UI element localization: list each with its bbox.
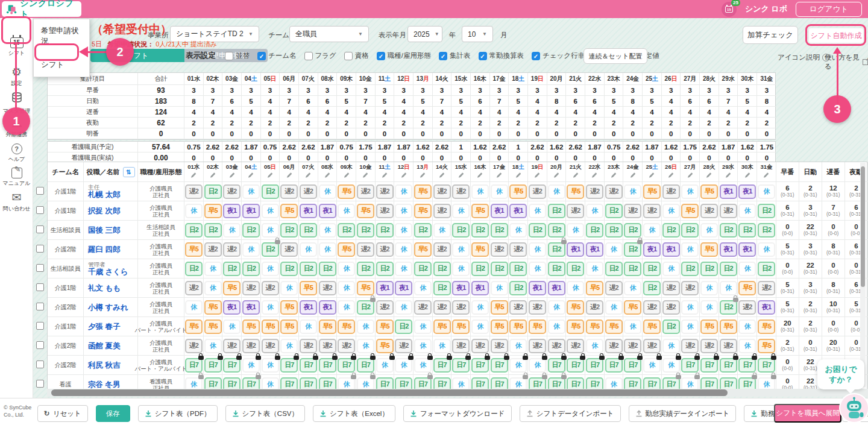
shift-cell[interactable]: 休 <box>529 262 546 276</box>
shift-cell[interactable]: 早5 <box>738 281 756 295</box>
shift-cell[interactable]: 日7 <box>681 358 699 373</box>
display-checkbox-1[interactable]: 並替 <box>225 51 250 60</box>
shift-cell[interactable]: 休 <box>395 184 412 199</box>
shift-cell[interactable]: 日2 <box>605 204 623 218</box>
shift-cell[interactable]: 休 <box>586 339 603 353</box>
shift-cell[interactable]: 遅2 <box>185 339 203 353</box>
shift-cell[interactable]: 遅2 <box>491 242 508 257</box>
shift-cell[interactable]: 休 <box>738 204 756 218</box>
shift-cell[interactable]: 日2 <box>586 223 603 238</box>
shift-cell[interactable]: 遅2 <box>433 184 451 199</box>
shift-cell[interactable]: 休 <box>586 204 603 218</box>
shift-cell[interactable]: 早5 <box>758 339 775 353</box>
shift-cell[interactable]: 日2 <box>376 223 394 238</box>
shift-cell[interactable]: 休 <box>185 300 203 315</box>
staff-name-cell[interactable]: 国後 三郎 <box>84 221 138 240</box>
shift-cell[interactable]: 日2 <box>223 262 241 276</box>
shift-cell[interactable]: 日2 <box>758 262 775 276</box>
shift-cell[interactable]: 早5 <box>433 319 451 334</box>
staff-name-cell[interactable]: 夕張 春子 <box>84 317 138 336</box>
shift-cell[interactable]: 早5 <box>509 184 527 199</box>
shift-cell[interactable]: 遅2 <box>624 339 641 353</box>
shift-cell[interactable]: 休 <box>376 358 394 373</box>
logout-button[interactable]: ログアウト <box>796 2 862 17</box>
edit-day-button[interactable] <box>705 170 712 181</box>
shift-cell[interactable]: 休 <box>738 319 756 334</box>
footer-button-5[interactable]: シフト表（Excel） <box>313 405 395 422</box>
shift-cell[interactable]: 遅2 <box>491 339 508 353</box>
shift-cell[interactable]: 早5 <box>471 242 489 257</box>
shift-cell[interactable]: 休 <box>300 242 317 257</box>
icon-help-link[interactable]: アイコン説明? <box>778 53 830 62</box>
edit-day-button[interactable] <box>515 170 522 181</box>
shift-cell[interactable]: 早5 <box>185 242 203 257</box>
shift-cell[interactable]: 休 <box>262 358 279 373</box>
set-placement-button[interactable]: 連続＆セット配置 <box>583 48 647 64</box>
shift-cell[interactable]: 休 <box>262 204 279 218</box>
shift-cell[interactable]: 日2 <box>280 262 298 276</box>
shift-cell[interactable]: 遅2 <box>758 281 775 295</box>
shift-cell[interactable]: 休 <box>738 262 756 276</box>
shift-cell[interactable]: 休 <box>662 339 680 353</box>
staff-row-checkbox[interactable] <box>36 225 44 233</box>
shift-cell[interactable]: 日7 <box>605 358 623 373</box>
shift-cell[interactable]: 夜1 <box>242 204 260 218</box>
shift-cell[interactable]: 日2 <box>280 223 298 238</box>
shift-cell[interactable]: 早5 <box>758 319 775 334</box>
edit-day-button[interactable] <box>495 170 503 181</box>
shift-cell[interactable]: 休 <box>586 262 603 276</box>
shift-cell[interactable]: 休 <box>452 242 470 257</box>
shift-cell[interactable]: 休 <box>758 184 775 199</box>
shift-cell[interactable]: 休 <box>395 300 412 315</box>
shift-cell[interactable]: 休 <box>319 223 336 238</box>
vertical-scrollbar-thumb[interactable] <box>861 166 865 287</box>
shift-cell[interactable]: 遅2 <box>662 184 680 199</box>
footer-button-7[interactable]: シフトデータインポート <box>520 405 621 422</box>
shift-cell[interactable]: 遅2 <box>720 339 737 353</box>
shift-cell[interactable]: 遅2 <box>586 300 603 315</box>
shift-cell[interactable]: 休 <box>681 242 699 257</box>
edit-day-button[interactable] <box>419 170 426 181</box>
team-select[interactable]: 全職員▼ <box>289 26 369 42</box>
shift-cell[interactable]: 休 <box>471 319 489 334</box>
shift-cell[interactable]: 遅2 <box>433 204 451 218</box>
shift-cell[interactable]: 遅2 <box>357 242 374 257</box>
shift-cell[interactable]: 早5 <box>338 319 355 334</box>
shift-cell[interactable]: 休 <box>414 358 432 373</box>
shift-cell[interactable]: 遅2 <box>605 339 623 353</box>
shift-cell[interactable]: 日7 <box>280 358 298 373</box>
shift-cell[interactable]: 早5 <box>414 242 432 257</box>
shift-cell[interactable]: 夜1 <box>509 204 527 218</box>
shift-cell[interactable]: 早5 <box>376 339 394 353</box>
shift-cell[interactable]: 休 <box>452 262 470 276</box>
shift-cell[interactable]: 日2 <box>700 262 718 276</box>
shift-cell[interactable]: 早5 <box>567 319 584 334</box>
shift-cell[interactable]: 休 <box>414 339 432 353</box>
shift-cell[interactable]: 遅2 <box>357 184 374 199</box>
shift-cell[interactable]: 日2 <box>624 262 641 276</box>
shift-cell[interactable]: 休 <box>338 281 355 295</box>
shift-cell[interactable]: 早5 <box>280 319 298 334</box>
shift-cell[interactable]: 早5 <box>319 319 336 334</box>
shift-cell[interactable]: 日2 <box>242 262 260 276</box>
shift-cell[interactable]: 休 <box>280 339 298 353</box>
shift-cell[interactable]: 日7 <box>700 358 718 373</box>
shift-cell[interactable]: 日2 <box>395 319 412 334</box>
shift-cell[interactable]: 遅2 <box>376 184 394 199</box>
shift-cell[interactable]: 日2 <box>643 281 661 295</box>
shift-cell[interactable]: 日2 <box>662 223 680 238</box>
shift-cell[interactable]: 日2 <box>491 262 508 276</box>
shift-cell[interactable]: 早5 <box>491 300 508 315</box>
shift-cell[interactable]: 日2 <box>548 262 565 276</box>
staff-row-checkbox[interactable] <box>36 360 44 368</box>
shift-cell[interactable]: 休 <box>491 184 508 199</box>
shift-cell[interactable]: 日2 <box>605 262 623 276</box>
shift-cell[interactable]: 早5 <box>681 204 699 218</box>
shift-cell[interactable]: 早5 <box>223 281 241 295</box>
shift-cell[interactable]: 遅2 <box>376 242 394 257</box>
footer-button-6[interactable]: フォーマットダウンロード <box>403 405 512 422</box>
shift-cell[interactable]: 早5 <box>280 204 298 218</box>
shift-cell[interactable]: 遅2 <box>700 339 718 353</box>
edit-day-button[interactable] <box>572 170 579 181</box>
shift-cell[interactable]: 遅2 <box>433 242 451 257</box>
